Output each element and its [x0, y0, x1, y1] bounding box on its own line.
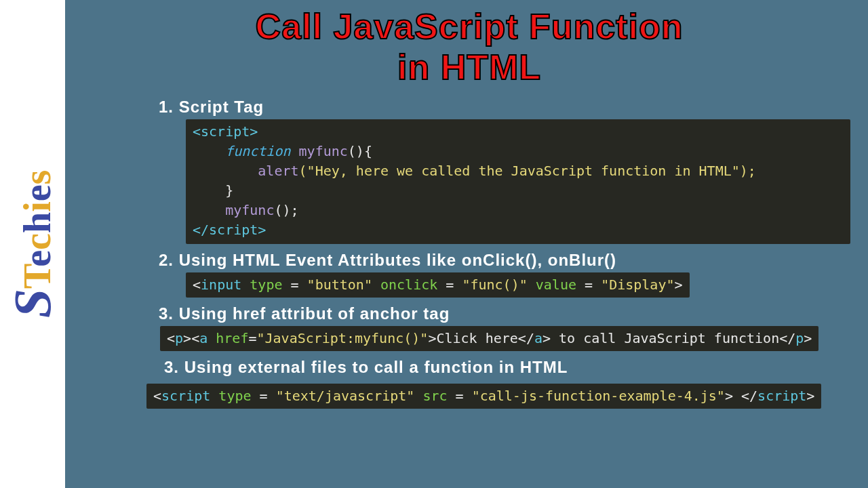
code-token: p	[175, 330, 183, 346]
code-token: "button"	[307, 277, 372, 293]
code-token: myfunc	[225, 202, 274, 218]
heading-external-files: 3. Using external files to call a functi…	[164, 358, 854, 377]
code-token: type	[250, 277, 282, 293]
code-token: </scr	[193, 222, 233, 238]
code-token: }	[225, 182, 233, 199]
main-content: Call JavaScript Function in HTML 1. Scri…	[65, 0, 868, 488]
code-block-script-tag: <script> function myfunc(){ alert("Hey, …	[186, 119, 850, 244]
code-token: function	[225, 143, 290, 159]
code-token: <	[153, 388, 161, 404]
code-token: </	[779, 330, 795, 346]
code-token: ();	[274, 202, 298, 218]
code-token: Click here	[436, 330, 517, 346]
code-token: <	[193, 277, 201, 293]
code-token: ("Hey, here we called the JavaScript fun…	[299, 163, 756, 179]
code-block-anchor-href: <p><a href="JavaScript:myfunc()">Click h…	[160, 326, 818, 351]
code-token: >	[542, 330, 551, 346]
sidebar-logo-strip: STechies	[0, 0, 65, 488]
heading-script-tag: 1. Script Tag	[159, 98, 854, 117]
code-token	[210, 388, 218, 404]
code-token: alert	[258, 163, 298, 179]
code-token: script	[757, 388, 806, 404]
code-block-event-attr: <input type = "button" onclick = "func()…	[186, 272, 690, 298]
code-token: to call JavaScript function	[551, 330, 779, 346]
logo-letter: e	[16, 250, 58, 267]
code-token	[733, 388, 741, 404]
code-token: input	[201, 277, 241, 293]
title-line-2: in HTML	[84, 47, 854, 88]
code-token: a	[199, 330, 208, 346]
logo-letter: T	[16, 267, 58, 289]
code-token: "text/javascript"	[276, 388, 415, 404]
code-token: src	[422, 388, 447, 404]
logo-letter: S	[3, 289, 62, 318]
code-block-external-script: <script type = "text/javascript" src = "…	[146, 384, 821, 409]
code-token: myfunc	[299, 143, 348, 159]
code-token: "func()"	[462, 277, 527, 293]
code-token: a	[534, 330, 542, 346]
stechies-logo: STechies	[6, 170, 59, 319]
logo-letter: i	[16, 201, 58, 212]
code-token: =	[252, 388, 276, 404]
code-token: =	[437, 277, 462, 293]
code-token: p	[795, 330, 804, 346]
code-token: value	[536, 277, 576, 293]
code-token: <	[191, 330, 199, 346]
code-token	[208, 330, 216, 346]
code-token: =	[248, 330, 256, 346]
logo-letter: s	[16, 170, 58, 185]
logo-letter: e	[16, 184, 58, 201]
code-token: <script>	[193, 123, 258, 140]
code-token: </	[741, 388, 757, 404]
code-token: >	[428, 330, 436, 346]
code-token: <	[167, 330, 175, 346]
title-line-1: Call JavaScript Function	[84, 7, 854, 47]
page-title: Call JavaScript Function in HTML	[84, 7, 854, 88]
code-token: >	[725, 388, 733, 404]
code-token: >	[804, 330, 812, 346]
code-token: =	[282, 277, 307, 293]
logo-letter: c	[16, 233, 58, 250]
code-token: ipt>	[233, 222, 266, 238]
code-token: </	[518, 330, 534, 346]
code-token: href	[216, 330, 248, 346]
code-token: =	[576, 277, 601, 293]
code-token: >	[806, 388, 814, 404]
heading-href-attribute: 3. Using href attribut of anchor tag	[159, 304, 854, 323]
code-token: >	[675, 277, 683, 293]
code-token: type	[218, 388, 251, 404]
logo-letter: h	[16, 212, 58, 233]
heading-event-attributes: 2. Using HTML Event Attributes like onCl…	[159, 251, 854, 270]
code-token: onclick	[380, 277, 437, 293]
code-token: >	[183, 330, 191, 346]
code-token: "JavaScript:myfunc()"	[257, 330, 429, 346]
code-token: "Display"	[601, 277, 674, 293]
code-token: "call-js-function-example-4.js"	[472, 388, 725, 404]
code-token: (){	[348, 143, 372, 159]
code-token: =	[448, 388, 472, 404]
code-token: script	[161, 388, 210, 404]
